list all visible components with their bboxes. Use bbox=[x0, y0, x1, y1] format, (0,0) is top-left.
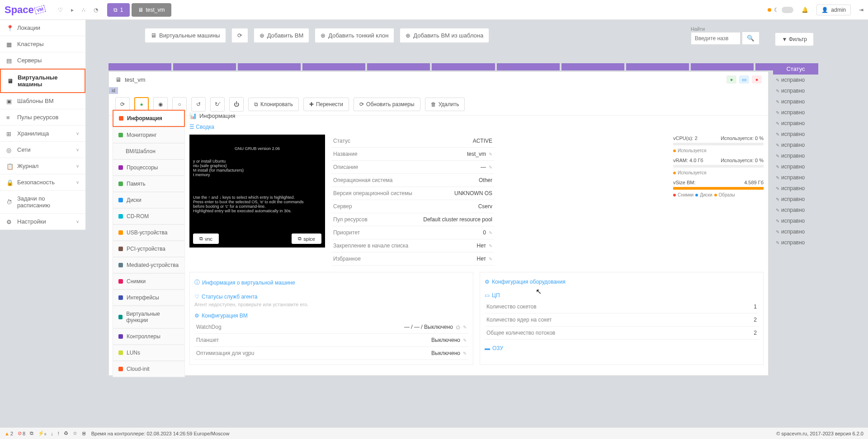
shield-icon[interactable]: ⛨ bbox=[82, 431, 87, 436]
vnc-button[interactable]: ⧉ vnc bbox=[193, 234, 219, 244]
sidebar-item[interactable]: ⏱Задачи по расписанию bbox=[0, 191, 85, 214]
add-clone-button[interactable]: ⊕ Добавить тонкий клон bbox=[315, 28, 394, 43]
clone-button[interactable]: ⧉ Клонировать bbox=[248, 98, 299, 111]
bell-icon[interactable]: 🔔 bbox=[802, 7, 808, 13]
vm-config-title[interactable]: ⚙ Конфигурация ВМ bbox=[194, 311, 468, 321]
sidebar-item[interactable]: 🖥Виртуальные машины bbox=[0, 69, 85, 93]
status-row[interactable]: исправно bbox=[773, 129, 818, 140]
edit-icon[interactable]: ✎ bbox=[463, 338, 467, 343]
status-row[interactable]: исправно bbox=[773, 194, 818, 205]
detail-tab[interactable]: Процессоры bbox=[113, 159, 185, 176]
summary-link[interactable]: ☰ Сводка bbox=[189, 122, 764, 132]
network-icon[interactable]: ∴ bbox=[82, 7, 85, 13]
edit-icon[interactable]: ✎ bbox=[489, 165, 492, 170]
err-badge[interactable]: ⊘8 bbox=[18, 430, 25, 436]
status-header[interactable]: Статус bbox=[773, 63, 818, 75]
edit-icon[interactable]: ✎ bbox=[489, 243, 492, 248]
globe-icon[interactable]: ◔ bbox=[94, 7, 98, 13]
expand-icon[interactable]: ▭ bbox=[739, 75, 749, 84]
detail-tab[interactable]: Виртуальные функции bbox=[113, 306, 185, 328]
detail-tab[interactable]: ВМ/Шаблон bbox=[113, 143, 185, 159]
status-row[interactable]: исправно bbox=[773, 107, 818, 118]
user-menu[interactable]: 👤 admin bbox=[816, 5, 851, 15]
power-icon[interactable]: ⏻ bbox=[456, 325, 460, 330]
status-row[interactable]: исправно bbox=[773, 205, 818, 215]
detail-tab[interactable]: Mediated-устройства bbox=[113, 257, 185, 273]
sidebar-item[interactable]: 📍Локации bbox=[0, 20, 85, 36]
status-row[interactable]: исправно bbox=[773, 118, 818, 129]
heart-icon[interactable]: ♡ bbox=[58, 7, 63, 13]
spice-button[interactable]: ⧉ spice bbox=[292, 234, 321, 244]
err-count: 8 bbox=[23, 431, 25, 436]
status-row[interactable]: исправно bbox=[773, 172, 818, 183]
cpu-title[interactable]: ▭ ЦП bbox=[485, 290, 759, 300]
tab-1[interactable]: ⧉ 1 bbox=[107, 3, 130, 17]
status-row[interactable]: исправно bbox=[773, 237, 818, 248]
status-row[interactable]: исправно bbox=[773, 96, 818, 107]
status-row[interactable]: исправно bbox=[773, 85, 818, 96]
detail-tab[interactable]: Мониторинг bbox=[113, 127, 185, 143]
sidebar-item[interactable]: ⊞Хранилища∨ bbox=[0, 126, 85, 142]
edit-icon[interactable]: ✎ bbox=[463, 351, 467, 356]
warn-badge[interactable]: ▲2 bbox=[5, 431, 13, 436]
hw-config-title[interactable]: ⚙ Конфигурация оборудования bbox=[485, 277, 759, 287]
detail-tab[interactable]: CD-ROM bbox=[113, 208, 185, 224]
status-row[interactable]: исправно bbox=[773, 215, 818, 226]
sidebar-item[interactable]: ⚙Настройки∨ bbox=[0, 214, 85, 230]
detail-tab[interactable]: Снимки bbox=[113, 273, 185, 290]
refresh-button[interactable]: ⟳ bbox=[231, 28, 248, 43]
sidebar-item[interactable]: ◎Сети∨ bbox=[0, 142, 85, 158]
vms-button[interactable]: 🖥 Виртуальные машины bbox=[145, 28, 226, 43]
close-icon[interactable]: ● bbox=[752, 75, 762, 84]
status-row[interactable]: исправно bbox=[773, 161, 818, 172]
delete-button[interactable]: 🗑 Удалить bbox=[425, 98, 465, 111]
detail-tab[interactable]: Интерфейсы bbox=[113, 290, 185, 306]
down-icon[interactable]: ↓ bbox=[51, 431, 53, 436]
sidebar-item[interactable]: 📋Журнал∨ bbox=[0, 158, 85, 174]
console-preview[interactable]: GNU GRUB version 2.06 y or install Ubunt… bbox=[189, 135, 325, 248]
star-icon[interactable]: ☆ bbox=[73, 430, 77, 436]
search-input[interactable] bbox=[691, 32, 741, 45]
status-row[interactable]: исправно bbox=[773, 140, 818, 150]
theme-toggle[interactable]: ☾ bbox=[768, 7, 793, 13]
status-row[interactable]: исправно bbox=[773, 75, 818, 85]
copy-icon[interactable]: ⧉ bbox=[30, 430, 33, 436]
status-row[interactable]: исправно bbox=[773, 226, 818, 237]
vm-info-title[interactable]: ⓘ Информация о виртуальной машине bbox=[194, 277, 468, 288]
sidebar-item[interactable]: ▦Кластеры bbox=[0, 36, 85, 52]
filter-button[interactable]: ▼ Фильтр bbox=[775, 33, 814, 46]
migrate-button[interactable]: ✚ Перенести bbox=[303, 98, 349, 111]
edit-icon[interactable]: ✎ bbox=[463, 325, 467, 330]
ram-title[interactable]: ▬ ОЗУ bbox=[485, 343, 759, 353]
add-vm-button[interactable]: ⊕ Добавить ВМ bbox=[254, 28, 310, 43]
sidebar-item[interactable]: ▤Серверы bbox=[0, 52, 85, 69]
search-button[interactable]: 🔍 bbox=[742, 32, 760, 45]
edit-icon[interactable]: ✎ bbox=[489, 257, 492, 262]
logo[interactable]: Space VM bbox=[5, 4, 45, 16]
edit-icon[interactable]: ✎ bbox=[489, 230, 492, 235]
tab-test-vm[interactable]: 🖥 test_vm bbox=[132, 3, 171, 17]
agent-title[interactable]: ♡ Статусы служб агента bbox=[194, 292, 468, 302]
detail-tab[interactable]: Информация bbox=[113, 110, 185, 127]
detail-tab[interactable]: PCI-устройства bbox=[113, 241, 185, 257]
recycle-icon[interactable]: ♻ bbox=[64, 430, 68, 436]
resize-button[interactable]: ⟳ Обновить размеры bbox=[354, 98, 420, 111]
plug-icon[interactable]: ⚡₀ bbox=[38, 430, 46, 436]
detail-tab[interactable]: Контроллеры bbox=[113, 328, 185, 345]
detail-tab[interactable]: Диски bbox=[113, 192, 185, 208]
detail-tab[interactable]: Память bbox=[113, 176, 185, 192]
sidebar-item[interactable]: ≡Пулы ресурсов bbox=[0, 109, 85, 126]
sidebar-item[interactable]: ▣Шаблоны ВМ bbox=[0, 93, 85, 109]
add-template-button[interactable]: ⊕ Добавить ВМ из шаблона bbox=[400, 28, 489, 43]
sidebar-item[interactable]: 🔒Безопасность∨ bbox=[0, 174, 85, 191]
edit-icon[interactable]: ✎ bbox=[489, 152, 492, 157]
logout-icon[interactable]: ⇥ bbox=[859, 7, 863, 13]
detail-tab[interactable]: Cloud-init bbox=[113, 361, 185, 377]
status-row[interactable]: исправно bbox=[773, 183, 818, 194]
status-row[interactable]: исправно bbox=[773, 150, 818, 161]
alert-icon[interactable]: ! bbox=[58, 431, 59, 436]
detail-tab[interactable]: LUNs bbox=[113, 345, 185, 361]
detail-tab[interactable]: USB-устройства bbox=[113, 224, 185, 241]
status-ok-icon[interactable]: ● bbox=[726, 75, 736, 84]
folder-icon[interactable]: ▸ bbox=[71, 7, 74, 13]
